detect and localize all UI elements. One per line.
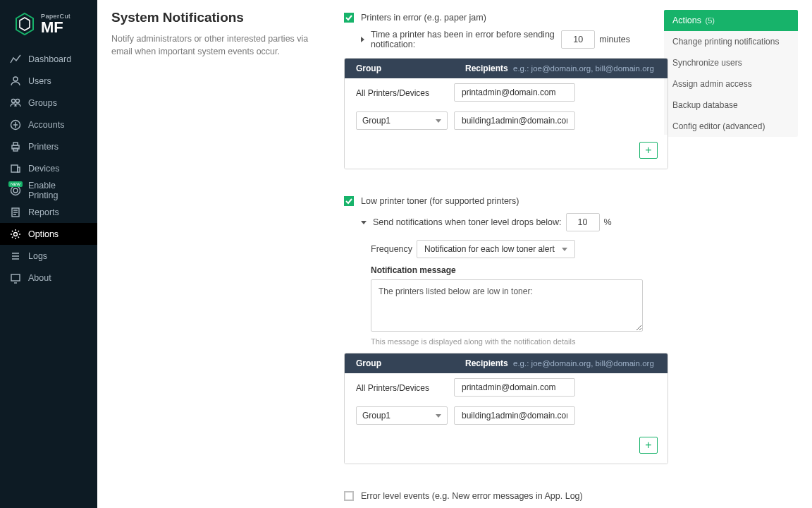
nav-options[interactable]: Options — [0, 223, 97, 245]
enable-printing-icon: NEW — [10, 185, 21, 196]
recipient-input-3[interactable] — [454, 378, 575, 397]
table-head-hint: e.g.: joe@domain.org, bill@domain.org — [513, 359, 654, 368]
recipient-input-2[interactable] — [454, 111, 575, 130]
nav-dashboard[interactable]: Dashboard — [0, 48, 97, 70]
svg-rect-10 — [18, 167, 20, 172]
nav-about[interactable]: About — [0, 267, 97, 289]
add-row-button[interactable]: + — [639, 142, 658, 159]
page-title: System Notifications — [111, 10, 323, 25]
nav-logs-label: Logs — [28, 251, 47, 261]
nav-groups-label: Groups — [28, 98, 57, 108]
group-select-value: Group1 — [362, 116, 390, 126]
chevron-down-icon — [562, 248, 567, 251]
svg-rect-9 — [11, 165, 18, 172]
toner-level-input[interactable] — [566, 213, 600, 231]
device-icon — [10, 163, 21, 174]
nav-printers-label: Printers — [28, 142, 59, 152]
user-icon — [10, 75, 21, 87]
nav-devices-label: Devices — [28, 164, 59, 174]
table-head-hint: e.g.: joe@domain.org, bill@domain.org — [513, 64, 654, 73]
printers-error-label: Printers in error (e.g. paper jam) — [361, 13, 486, 23]
svg-point-11 — [11, 186, 20, 195]
notification-message-textarea[interactable] — [371, 279, 643, 332]
page-header: System Notifications Notify administrato… — [111, 10, 323, 494]
nav-accounts[interactable]: Accounts — [0, 114, 97, 135]
error-level-checkbox[interactable] — [344, 491, 354, 501]
action-change-printing-notifications[interactable]: Change printing notifications — [664, 31, 798, 52]
error-time-label: Time a printer has been in error before … — [371, 30, 557, 49]
new-badge: NEW — [8, 181, 23, 187]
nav: Dashboard Users Groups Accounts Printers… — [0, 48, 97, 289]
group-select-2[interactable]: Group1 — [356, 406, 448, 425]
expand-caret-icon[interactable] — [361, 221, 367, 224]
svg-point-2 — [13, 77, 18, 81]
svg-point-4 — [16, 99, 20, 102]
table-head-group: Group — [356, 358, 465, 368]
nav-accounts-label: Accounts — [28, 120, 64, 130]
actions-count: (5) — [705, 16, 714, 25]
nav-groups[interactable]: Groups — [0, 92, 97, 114]
expand-caret-icon[interactable] — [361, 37, 364, 42]
table-head-group: Group — [356, 64, 465, 73]
nav-users-label: Users — [28, 76, 51, 86]
group-select-1[interactable]: Group1 — [356, 111, 448, 130]
nav-logs[interactable]: Logs — [0, 245, 97, 267]
actions-header: Actions (5) — [664, 10, 798, 31]
svg-rect-7 — [13, 143, 18, 145]
papercut-logo-icon — [14, 12, 35, 36]
frequency-value: Notification for each low toner alert — [424, 244, 555, 254]
accounts-icon — [10, 119, 21, 131]
actions-title: Actions — [672, 16, 701, 25]
reports-icon — [10, 207, 21, 218]
nav-dashboard-label: Dashboard — [28, 54, 71, 64]
nav-printers[interactable]: Printers — [0, 135, 97, 157]
main-area: System Notifications Notify administrato… — [97, 0, 812, 508]
action-config-editor[interactable]: Config editor (advanced) — [664, 116, 798, 137]
logs-icon — [10, 250, 21, 262]
brand-bottom-text: MF — [41, 20, 70, 35]
nav-enable-printing-label: Enable Printing — [28, 181, 87, 200]
svg-rect-15 — [11, 274, 20, 281]
action-assign-admin-access[interactable]: Assign admin access — [664, 73, 798, 95]
settings-form: Printers in error (e.g. paper jam) Time … — [344, 10, 630, 494]
gear-icon — [10, 229, 21, 240]
table-head-recipients: Recipients — [465, 64, 508, 73]
page-description: Notify administrators or other intereste… — [111, 32, 323, 58]
message-hint: This message is displayed along with the… — [371, 337, 630, 346]
toner-recipients-table: Group Recipients e.g.: joe@domain.org, b… — [344, 353, 668, 464]
chevron-down-icon — [436, 414, 441, 418]
action-synchronize-users[interactable]: Synchronize users — [664, 52, 798, 73]
svg-point-14 — [14, 232, 18, 236]
printers-error-checkbox[interactable] — [344, 13, 354, 23]
error-level-label: Error level events (e.g. New error messa… — [361, 491, 583, 501]
svg-rect-8 — [13, 148, 18, 151]
brand-logo: PaperCut MF — [0, 0, 97, 48]
error-time-input[interactable] — [561, 30, 595, 49]
nav-users[interactable]: Users — [0, 70, 97, 92]
nav-reports-label: Reports — [28, 207, 59, 217]
group-all-printers: All Printers/Devices — [356, 88, 429, 98]
nav-options-label: Options — [28, 229, 59, 239]
nav-about-label: About — [28, 273, 51, 283]
low-toner-label: Low printer toner (for supported printer… — [361, 196, 519, 206]
error-recipients-table: Group Recipients e.g.: joe@domain.org, b… — [344, 58, 668, 169]
recipient-input-4[interactable] — [454, 406, 575, 425]
group-select-value: Group1 — [362, 411, 390, 421]
recipient-input-1[interactable] — [454, 83, 575, 102]
frequency-label: Frequency — [371, 244, 412, 254]
sidebar: PaperCut MF Dashboard Users Groups Accou… — [0, 0, 97, 508]
frequency-select[interactable]: Notification for each low toner alert — [417, 240, 575, 258]
message-label: Notification message — [371, 265, 630, 275]
about-icon — [10, 272, 21, 284]
svg-marker-1 — [20, 18, 30, 30]
action-backup-database[interactable]: Backup database — [664, 95, 798, 116]
toner-level-unit: % — [604, 217, 612, 227]
error-time-unit: minutes — [599, 35, 630, 44]
svg-marker-0 — [16, 13, 33, 35]
actions-panel: Actions (5) Change printing notification… — [664, 10, 798, 494]
nav-enable-printing[interactable]: NEW Enable Printing — [0, 179, 97, 201]
add-row-button[interactable]: + — [639, 437, 658, 454]
low-toner-checkbox[interactable] — [344, 196, 354, 206]
nav-reports[interactable]: Reports — [0, 201, 97, 223]
nav-devices[interactable]: Devices — [0, 157, 97, 179]
